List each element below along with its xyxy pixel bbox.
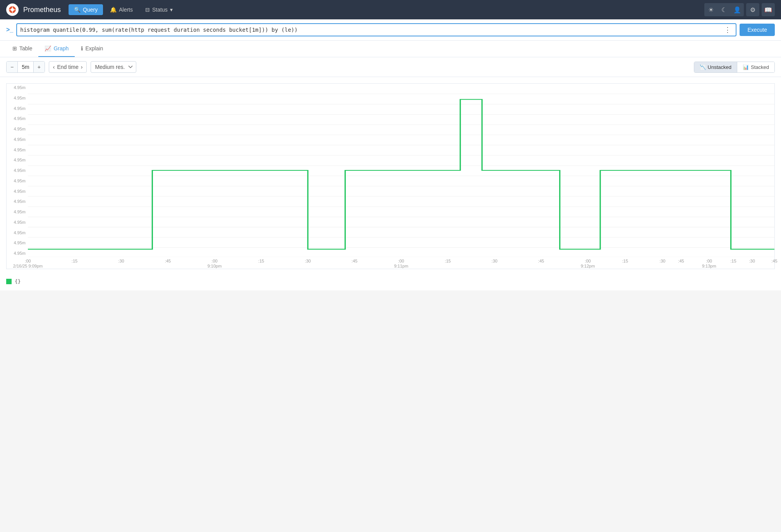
light-mode-button[interactable]: ☀ xyxy=(704,3,717,16)
query-input[interactable] xyxy=(20,27,723,33)
svg-rect-3 xyxy=(12,11,13,13)
tab-graph[interactable]: 📈 Graph xyxy=(38,41,75,57)
x-tick-label: :15 xyxy=(445,259,451,264)
chevron-down-icon: ▾ xyxy=(170,7,173,13)
legend-area: {} xyxy=(0,275,781,290)
status-nav-button[interactable]: ⊟ Status ▾ xyxy=(140,4,178,15)
alerts-nav-button[interactable]: 🔔 Alerts xyxy=(105,4,138,15)
time-increase-button[interactable]: + xyxy=(34,62,45,72)
query-input-wrapper: ⋮ xyxy=(16,23,736,36)
x-tick-label: :002/16/25 9:09pm xyxy=(13,259,43,269)
header-actions: ☀ ☾ 👤 ⚙ 📖 xyxy=(704,3,775,16)
chart-container: 4.95m4.95m4.95m4.95m4.95m4.95m4.95m4.95m… xyxy=(6,83,775,269)
x-tick-label: :009:13pm xyxy=(702,259,716,269)
x-tick-label: :30 xyxy=(305,259,311,264)
x-tick-label: :45 xyxy=(352,259,357,264)
theme-toggle-group: ☀ ☾ 👤 xyxy=(704,3,744,16)
chart-line xyxy=(28,100,774,249)
svg-point-1 xyxy=(11,8,14,11)
status-icon: ⊟ xyxy=(145,7,150,13)
execute-button[interactable]: Execute xyxy=(740,24,775,36)
stacked-icon: 📊 xyxy=(743,64,749,70)
x-tick-label: :009:10pm xyxy=(208,259,222,269)
y-tick-label: 4.95m xyxy=(14,230,26,235)
search-icon: 🔍 xyxy=(74,7,81,13)
x-tick-label: :45 xyxy=(165,259,171,264)
query-nav-button[interactable]: 🔍 Query xyxy=(69,4,103,15)
x-tick-label: :15 xyxy=(622,259,628,264)
y-tick-label: 4.95m xyxy=(14,240,26,245)
x-tick-label: :30 xyxy=(118,259,124,264)
y-tick-label: 4.95m xyxy=(14,199,26,204)
x-tick-label: :45 xyxy=(678,259,684,264)
graph-controls: − 5m + ‹ End time › Low res.Medium res.H… xyxy=(0,57,781,77)
y-tick-label: 4.95m xyxy=(14,168,26,173)
legend-label: {} xyxy=(15,278,21,284)
y-tick-label: 4.95m xyxy=(14,251,26,256)
y-tick-label: 4.95m xyxy=(14,189,26,194)
y-tick-label: 4.95m xyxy=(14,127,26,131)
table-icon: ⊞ xyxy=(12,45,17,51)
y-tick-label: 4.95m xyxy=(14,106,26,111)
chevron-left-icon: ‹ xyxy=(53,64,55,70)
stack-controls: 📉 Unstacked 📊 Stacked xyxy=(694,62,775,73)
query-prompt: >_ xyxy=(6,26,13,33)
x-tick-label: :30 xyxy=(659,259,665,264)
svg-rect-5 xyxy=(9,9,11,10)
y-tick-label: 4.95m xyxy=(14,220,26,225)
y-tick-label: 4.95m xyxy=(14,96,26,100)
unstacked-icon: 📉 xyxy=(700,64,706,70)
line-chart-icon: 📈 xyxy=(45,45,51,51)
end-time-button[interactable]: ‹ End time › xyxy=(49,61,87,73)
x-tick-label: :009:11pm xyxy=(394,259,409,269)
tabs-bar: ⊞ Table 📈 Graph ℹ Explain xyxy=(0,41,781,57)
y-tick-label: 4.95m xyxy=(14,209,26,214)
main-nav: 🔍 Query 🔔 Alerts ⊟ Status ▾ xyxy=(69,4,700,15)
query-bar: >_ ⋮ Execute xyxy=(0,19,781,41)
y-tick-label: 4.95m xyxy=(14,85,26,90)
graph-area: 4.95m4.95m4.95m4.95m4.95m4.95m4.95m4.95m… xyxy=(0,77,781,275)
x-tick-label: :15 xyxy=(258,259,264,264)
query-more-button[interactable]: ⋮ xyxy=(723,26,733,34)
stacked-button[interactable]: 📊 Stacked xyxy=(737,62,774,72)
info-icon: ℹ xyxy=(81,45,83,51)
tab-explain[interactable]: ℹ Explain xyxy=(75,41,109,57)
x-tick-label: :009:12pm xyxy=(581,259,595,269)
x-tick-label: :45 xyxy=(771,259,777,264)
bell-icon: 🔔 xyxy=(110,7,117,13)
x-axis: :002/16/25 9:09pm:15:30:45:009:10pm:15:3… xyxy=(28,257,774,269)
svg-rect-4 xyxy=(14,9,15,10)
user-button[interactable]: 👤 xyxy=(731,3,744,16)
help-button[interactable]: 📖 xyxy=(762,3,775,16)
app-title: Prometheus xyxy=(23,6,61,14)
time-stepper: − 5m + xyxy=(6,61,45,73)
header: Prometheus 🔍 Query 🔔 Alerts ⊟ Status ▾ ☀… xyxy=(0,0,781,19)
time-decrease-button[interactable]: − xyxy=(7,62,17,72)
x-tick-label: :30 xyxy=(749,259,755,264)
y-tick-label: 4.95m xyxy=(14,178,26,183)
settings-button[interactable]: ⚙ xyxy=(746,3,759,16)
x-tick-label: :15 xyxy=(730,259,736,264)
unstacked-button[interactable]: 📉 Unstacked xyxy=(694,62,737,72)
legend-color-swatch xyxy=(6,279,12,284)
time-value: 5m xyxy=(17,62,33,72)
chart-plot xyxy=(28,84,774,257)
y-tick-label: 4.95m xyxy=(14,116,26,121)
y-tick-label: 4.95m xyxy=(14,137,26,142)
tab-table[interactable]: ⊞ Table xyxy=(6,41,38,57)
svg-rect-2 xyxy=(12,7,13,8)
x-tick-label: :15 xyxy=(72,259,77,264)
y-tick-label: 4.95m xyxy=(14,158,26,162)
x-tick-label: :45 xyxy=(538,259,544,264)
x-tick-label: :30 xyxy=(491,259,497,264)
y-tick-label: 4.95m xyxy=(14,148,26,152)
resolution-select[interactable]: Low res.Medium res.High res. xyxy=(91,61,136,73)
chevron-right-icon: › xyxy=(81,64,83,70)
app-logo xyxy=(6,3,19,16)
dark-mode-button[interactable]: ☾ xyxy=(717,3,731,16)
y-axis: 4.95m4.95m4.95m4.95m4.95m4.95m4.95m4.95m… xyxy=(7,84,28,257)
